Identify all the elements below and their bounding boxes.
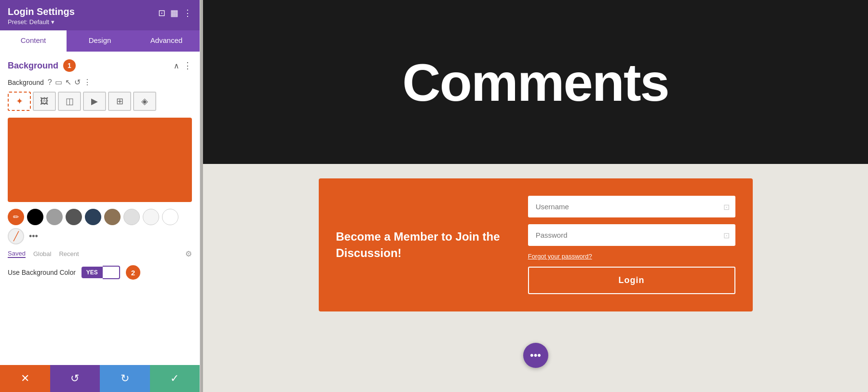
undo-icon: ↺ <box>70 372 79 385</box>
color-swatches: ✏ ╱ ••• <box>8 209 192 244</box>
swatch-gray-light[interactable] <box>46 209 63 225</box>
bg-type-image[interactable]: 🖼 <box>33 92 56 111</box>
video-icon: ▶ <box>91 96 98 107</box>
toggle-yes[interactable]: YES <box>81 267 103 278</box>
swatch-tan[interactable] <box>104 209 121 225</box>
more-options-icon[interactable]: ⋮ <box>83 78 91 87</box>
swatch-white-2[interactable] <box>162 209 178 225</box>
resize-icon[interactable]: ⊡ <box>158 8 165 18</box>
right-area: Comments Become a Member to Join the Dis… <box>203 0 868 392</box>
bg-type-color[interactable]: ✦ <box>8 92 31 111</box>
collapse-icon[interactable]: ∧ <box>174 61 179 70</box>
swatch-none[interactable]: ╱ <box>8 228 24 244</box>
color-picker-btn[interactable]: ✏ <box>8 209 24 225</box>
more-icon[interactable]: ⋮ <box>183 8 192 18</box>
help-icon[interactable]: ? <box>48 78 52 87</box>
panel-header: Login Settings Preset: Default ▾ ⊡ ▦ ⋮ <box>0 0 200 30</box>
swatch-light-gray[interactable] <box>123 209 140 225</box>
pattern-icon: ⊞ <box>116 96 123 107</box>
bg-label-row: Background ? ▭ ↖ ↺ ⋮ <box>8 78 192 87</box>
bg-type-pattern[interactable]: ⊞ <box>108 92 131 111</box>
use-bg-row: Use Background Color YES 2 <box>8 265 192 280</box>
color-tabs-row: Saved Global Recent ⚙ <box>8 249 192 258</box>
tab-advanced[interactable]: Advanced <box>133 30 200 52</box>
password-input[interactable] <box>528 224 735 246</box>
bg-type-mask[interactable]: ◈ <box>133 92 156 111</box>
save-icon: ✓ <box>170 372 179 385</box>
password-wrapper: ⊡ <box>528 224 735 246</box>
bg-field-label: Background <box>8 79 44 86</box>
cancel-button[interactable]: ✕ <box>0 365 50 392</box>
panel-header-icons: ⊡ ▦ ⋮ <box>158 8 192 18</box>
panel-header-left: Login Settings Preset: Default ▾ <box>8 6 75 26</box>
color-tab-global[interactable]: Global <box>33 250 52 257</box>
hero-title: Comments <box>402 52 668 113</box>
bg-label-icons: ? ▭ ↖ ↺ ⋮ <box>48 78 91 87</box>
section-header-right: ∧ ⋮ <box>174 60 192 71</box>
color-preview[interactable] <box>8 118 192 202</box>
more-swatches[interactable]: ••• <box>27 231 40 242</box>
bg-type-video[interactable]: ▶ <box>83 92 106 111</box>
left-panel: Login Settings Preset: Default ▾ ⊡ ▦ ⋮ C… <box>0 0 200 392</box>
image-icon: 🖼 <box>40 96 49 107</box>
swatch-dark[interactable] <box>66 209 82 225</box>
cancel-icon: ✕ <box>21 372 29 385</box>
reset-icon[interactable]: ↺ <box>74 78 81 87</box>
redo-icon: ↻ <box>121 372 129 385</box>
color-fill-icon: ✦ <box>16 96 23 107</box>
forgot-password-link[interactable]: Forgot your password? <box>528 253 592 260</box>
color-tab-recent[interactable]: Recent <box>59 250 79 257</box>
redo-button[interactable]: ↻ <box>100 365 150 392</box>
bg-type-row: ✦ 🖼 ◫ ▶ ⊞ ◈ <box>8 92 192 111</box>
username-input[interactable] <box>528 196 735 217</box>
color-tab-saved[interactable]: Saved <box>8 250 26 258</box>
panel-title: Login Settings <box>8 6 75 17</box>
panel-content: Background 1 ∧ ⋮ Background ? ▭ ↖ ↺ ⋮ ✦ <box>0 52 200 365</box>
color-settings-icon[interactable]: ⚙ <box>185 249 192 258</box>
tab-design[interactable]: Design <box>67 30 133 52</box>
swatch-black[interactable] <box>27 209 43 225</box>
section-header: Background 1 ∧ ⋮ <box>8 59 192 72</box>
toggle-box[interactable] <box>103 266 120 279</box>
undo-button[interactable]: ↺ <box>50 365 100 392</box>
cursor-icon[interactable]: ↖ <box>65 78 71 87</box>
use-bg-label: Use Background Color <box>8 269 76 276</box>
section-title: Background 1 <box>8 59 76 72</box>
login-card-form: ⊡ ⊡ Forgot your password? Login <box>528 196 735 294</box>
badge-1: 1 <box>63 59 76 72</box>
panel-tabs: Content Design Advanced <box>0 30 200 52</box>
toggle-wrapper[interactable]: YES <box>81 266 120 279</box>
floating-options-button[interactable]: ••• <box>523 343 548 368</box>
save-button[interactable]: ✓ <box>150 365 200 392</box>
desktop-icon[interactable]: ▭ <box>55 78 62 87</box>
hero-section: Comments <box>203 0 868 164</box>
username-icon: ⊡ <box>723 202 730 211</box>
bg-type-gradient[interactable]: ◫ <box>58 92 81 111</box>
gradient-icon: ◫ <box>66 96 74 107</box>
panel-footer: ✕ ↺ ↻ ✓ <box>0 365 200 392</box>
background-label: Background <box>8 61 58 71</box>
mask-icon: ◈ <box>141 96 148 107</box>
swatch-white[interactable] <box>143 209 159 225</box>
swatch-navy[interactable] <box>85 209 101 225</box>
ellipsis-icon: ••• <box>530 349 541 362</box>
tab-content[interactable]: Content <box>0 30 67 52</box>
badge-2: 2 <box>126 265 140 280</box>
login-card-tagline: Become a Member to Join the Discussion! <box>336 229 509 261</box>
login-button[interactable]: Login <box>528 267 735 294</box>
layout-icon[interactable]: ▦ <box>170 8 178 18</box>
section-options-icon[interactable]: ⋮ <box>183 60 192 71</box>
password-icon: ⊡ <box>723 230 730 240</box>
panel-preset[interactable]: Preset: Default ▾ <box>8 18 75 26</box>
login-card: Become a Member to Join the Discussion! … <box>319 178 753 311</box>
username-wrapper: ⊡ <box>528 196 735 217</box>
